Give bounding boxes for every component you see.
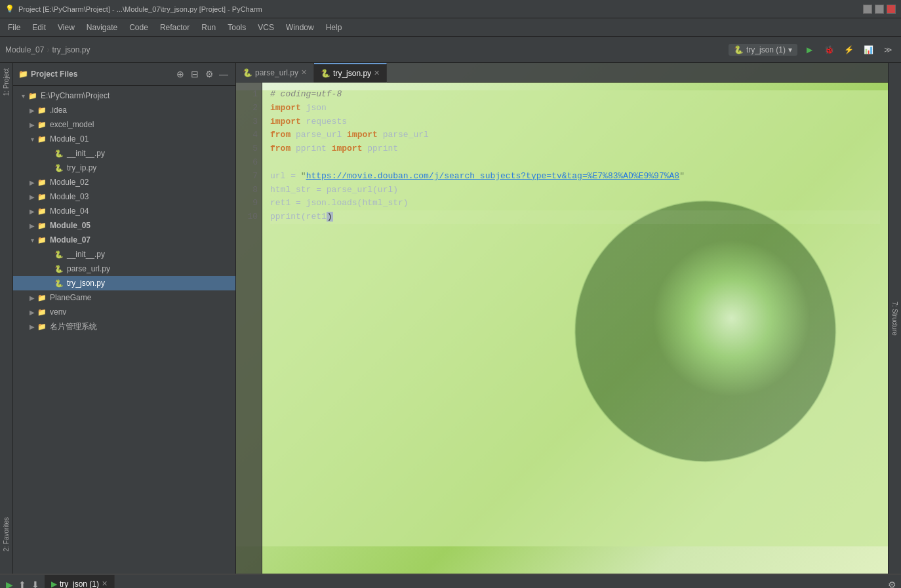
arrow-icon: ▶ (28, 309, 37, 316)
minimize-btn[interactable] (863, 5, 872, 14)
tree-item-module04[interactable]: ▶ 📁 Module_04 (13, 204, 235, 218)
code-string: " (679, 171, 685, 181)
tree-item-try-json[interactable]: 🐍 try_json.py (13, 276, 235, 290)
tree-item-module01[interactable]: ▾ 📁 Module_01 (13, 132, 235, 146)
tree-item-module03[interactable]: ▶ 📁 Module_03 (13, 189, 235, 204)
run-config-label: try_json (1) (746, 45, 786, 54)
tree-label: venv (50, 307, 66, 317)
folder-icon: 📁 (37, 307, 47, 317)
code-blank (270, 157, 275, 167)
tree-item-module05[interactable]: ▶ 📁 Module_05 (13, 218, 235, 233)
menu-run[interactable]: Run (196, 22, 221, 33)
tree-item-parse-url[interactable]: 🐍 parse_url.py (13, 262, 235, 276)
menu-file[interactable]: File (3, 22, 26, 33)
menu-navigate[interactable]: Navigate (81, 22, 123, 33)
tree-item-chinese[interactable]: ▶ 📁 名片管理系统 (13, 319, 235, 334)
tree-label: Module_01 (50, 134, 89, 144)
breadcrumb-module[interactable]: Module_07 (5, 45, 44, 54)
tab-try-json[interactable]: 🐍 try_json.py ✕ (314, 63, 387, 83)
close-run-tab-icon[interactable]: ✕ (102, 579, 108, 588)
close-btn[interactable] (887, 5, 896, 14)
run-button[interactable]: ▶ (801, 42, 817, 58)
menu-edit[interactable]: Edit (27, 22, 51, 33)
run-config-selector[interactable]: 🐍 try_json (1) ▾ (729, 44, 797, 56)
run-config-dropdown-icon: ▾ (788, 45, 792, 54)
code-string: " (301, 171, 306, 181)
tree-item-module07[interactable]: ▾ 📁 Module_07 (13, 233, 235, 247)
tab-parse-url[interactable]: 🐍 parse_url.py ✕ (236, 63, 314, 83)
project-strip-label[interactable]: 1: Project (1, 66, 11, 98)
tree-item-init01[interactable]: 🐍 __init__.py (13, 146, 235, 161)
tree-label: 名片管理系统 (50, 321, 97, 332)
tree-item-init07[interactable]: 🐍 __init__.py (13, 247, 235, 262)
tabs-bar: 🐍 parse_url.py ✕ 🐍 try_json.py ✕ (236, 63, 888, 83)
line-numbers: 1 2 3 4 5 6 7 8 9 10 (236, 83, 262, 574)
tree-label: try_ip.py (67, 163, 96, 172)
project-panel: 📁 Project Files ⊕ ⊟ ⚙ — ▾ 📁 E:\PyCharm\P… (13, 63, 236, 574)
tab-close-icon[interactable]: ✕ (374, 69, 380, 77)
code-keyword: import (270, 117, 301, 127)
tree-item-idea[interactable]: ▶ 📁 .idea (13, 103, 235, 117)
breadcrumb-file[interactable]: try_json.py (52, 45, 90, 54)
folder-icon: 📁 (28, 90, 38, 101)
tree-item-try-ip[interactable]: 🐍 try_ip.py (13, 161, 235, 175)
close-panel-button[interactable]: — (217, 68, 230, 81)
favorites-strip-label[interactable]: 2: Favorites (3, 517, 10, 551)
run-tab-label: try_json (1) (60, 579, 99, 589)
structure-strip-label[interactable]: 7: Structure (890, 299, 900, 338)
tree-label: E:\PyCharm\Project (41, 91, 110, 100)
right-strip: 7: Structure (888, 63, 901, 574)
code-plain: parse_url (378, 130, 429, 140)
menu-vcs[interactable]: VCS (252, 22, 279, 33)
py-file-icon: 🐍 (54, 148, 64, 159)
tree-label: __init__.py (67, 250, 105, 259)
code-keyword: import (347, 130, 378, 140)
bottom-tab-run[interactable]: ▶ try_json (1) ✕ (45, 575, 115, 589)
menu-tools[interactable]: Tools (222, 22, 251, 33)
menu-window[interactable]: Window (281, 22, 319, 33)
tree-item-root[interactable]: ▾ 📁 E:\PyCharm\Project (13, 88, 235, 103)
tab-label: try_json.py (333, 69, 371, 78)
run-rerun-btn[interactable]: ▶ (3, 578, 16, 589)
profile-button[interactable]: 📊 (860, 42, 876, 58)
py-file-icon: 🐍 (321, 69, 330, 78)
code-plain: requests (301, 117, 347, 127)
tree-item-excel[interactable]: ▶ 📁 excel_model (13, 117, 235, 132)
menu-refactor[interactable]: Refactor (155, 22, 195, 33)
run-stop-btn[interactable]: ⬆ (16, 578, 29, 589)
menu-view[interactable]: View (52, 22, 80, 33)
settings-button[interactable]: ⚙ (203, 68, 216, 81)
code-content[interactable]: # coding=utf-8 import json import reques… (262, 83, 888, 574)
menu-code[interactable]: Code (124, 22, 153, 33)
tree-label: PlaneGame (50, 293, 91, 302)
code-editor[interactable]: 1 2 3 4 5 6 7 8 9 10 # coding=utf-8 impo… (236, 83, 888, 574)
code-url: https://movie.douban.com/j/search_subjec… (306, 171, 680, 181)
folder-icon: 📁 (37, 177, 47, 187)
add-content-button[interactable]: ⊕ (174, 68, 187, 81)
settings-icon[interactable]: ⚙ (885, 578, 898, 589)
code-plain: pprint (362, 144, 398, 153)
maximize-btn[interactable] (875, 5, 884, 14)
tree-item-venv[interactable]: ▶ 📁 venv (13, 305, 235, 319)
more-actions-button[interactable]: ≫ (880, 42, 896, 58)
code-plain: url = (270, 171, 301, 181)
coverage-button[interactable]: ⚡ (841, 42, 856, 58)
tree-label: excel_model (50, 120, 94, 129)
arrow-icon: ▾ (18, 92, 28, 100)
code-plain: ret1 = json.loads(html_str) (270, 198, 409, 208)
tree-item-planegame[interactable]: ▶ 📁 PlaneGame (13, 290, 235, 305)
py-file-icon: 🐍 (54, 249, 64, 260)
tree-item-module02[interactable]: ▶ 📁 Module_02 (13, 175, 235, 189)
arrow-icon: ▶ (28, 193, 37, 201)
collapse-all-button[interactable]: ⊟ (188, 68, 201, 81)
title-text: Project [E:\PyCharm\Project] - ...\Modul… (18, 5, 262, 13)
menu-help[interactable]: Help (321, 22, 348, 33)
debug-button[interactable]: 🐞 (821, 42, 837, 58)
tree-label: parse_url.py (67, 264, 110, 273)
breadcrumb-sep: › (47, 45, 49, 54)
tab-label: parse_url.py (255, 68, 298, 77)
folder-icon: 📁 (37, 206, 47, 216)
arrow-icon: ▶ (28, 208, 37, 215)
run-scroll-up-btn[interactable]: ⬇ (29, 578, 42, 589)
tab-close-icon[interactable]: ✕ (301, 68, 307, 77)
